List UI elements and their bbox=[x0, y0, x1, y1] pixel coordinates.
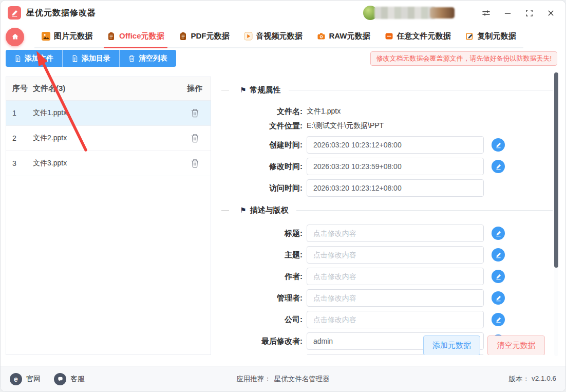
edit-pencil-icon[interactable] bbox=[492, 138, 505, 152]
scrollbar-thumb[interactable] bbox=[554, 72, 558, 268]
home-button[interactable] bbox=[6, 28, 24, 46]
manager-input[interactable] bbox=[307, 289, 484, 307]
author-input[interactable] bbox=[307, 268, 484, 285]
warning-banner: 修改文档元数据会覆盖源文件，请先做好备份以防数据丢失! bbox=[370, 51, 557, 66]
office-metadata-icon bbox=[107, 32, 116, 41]
tab-image-metadata[interactable]: 图片元数据 bbox=[34, 25, 100, 47]
delete-file-button[interactable] bbox=[190, 107, 200, 119]
delete-file-button[interactable] bbox=[190, 133, 200, 144]
chat-bubble-icon bbox=[54, 373, 66, 385]
row-filename: 文件1.pptx bbox=[33, 108, 179, 118]
website-e-icon: e bbox=[10, 373, 22, 385]
tab-copy-metadata[interactable]: 复制元数据 bbox=[458, 25, 523, 47]
tab-label: Office元数据 bbox=[119, 31, 164, 41]
file-row-3[interactable]: 3 文件3.pptx bbox=[6, 151, 211, 176]
row-filename: 文件3.pptx bbox=[33, 159, 179, 168]
version-text: 版本： v2.1.0.6 bbox=[508, 375, 556, 384]
edit-pencil-icon[interactable] bbox=[492, 227, 505, 240]
settings-sliders-icon[interactable] bbox=[478, 5, 494, 21]
official-website-link[interactable]: e 官网 bbox=[10, 373, 41, 385]
edit-pencil-icon[interactable] bbox=[492, 248, 505, 262]
maximize-button[interactable] bbox=[521, 5, 537, 21]
right-panel-scrollbar bbox=[554, 72, 558, 356]
field-label: 标题: bbox=[221, 229, 307, 238]
user-info-blurred bbox=[430, 7, 455, 18]
title-input[interactable] bbox=[307, 225, 484, 242]
user-account-blurred[interactable] bbox=[363, 5, 459, 21]
edit-pencil-icon[interactable] bbox=[492, 313, 505, 326]
delete-file-button[interactable] bbox=[190, 158, 200, 169]
section-line bbox=[289, 90, 553, 90]
minimize-button[interactable] bbox=[500, 5, 515, 21]
modify-time-input[interactable] bbox=[307, 158, 484, 175]
edit-pencil-icon[interactable] bbox=[492, 291, 505, 305]
tab-label: RAW元数据 bbox=[329, 31, 370, 41]
tab-list: 图片元数据 Office元数据 PDF元数据 音视频元数据 bbox=[34, 25, 523, 48]
anyfile-metadata-icon bbox=[385, 32, 393, 41]
tab-anyfile-metadata[interactable]: 任意文件元数据 bbox=[378, 25, 458, 47]
field-modify-time: 修改时间: bbox=[221, 158, 553, 175]
tab-label: 任意文件元数据 bbox=[397, 31, 451, 41]
section-line bbox=[296, 210, 553, 211]
field-subject: 主题: bbox=[221, 246, 553, 264]
add-folder-button[interactable]: 添加目录 bbox=[62, 50, 119, 67]
clear-list-button[interactable]: 清空列表 bbox=[119, 50, 176, 67]
tab-av-metadata[interactable]: 音视频元数据 bbox=[237, 25, 310, 47]
file-row-1[interactable]: 1 文件1.pptx bbox=[6, 101, 211, 126]
field-label: 创建时间: bbox=[221, 140, 307, 150]
tab-office-metadata[interactable]: Office元数据 bbox=[100, 25, 172, 47]
section-title: 常规属性 bbox=[250, 85, 281, 95]
flag-icon: ⚑ bbox=[240, 86, 247, 94]
create-time-input[interactable] bbox=[307, 136, 484, 154]
edit-pencil-icon[interactable] bbox=[492, 270, 505, 283]
field-manager: 管理者: bbox=[221, 289, 553, 307]
flag-icon: ⚑ bbox=[240, 207, 247, 214]
close-button[interactable] bbox=[543, 5, 558, 21]
column-index: 序号 bbox=[6, 84, 33, 94]
field-company: 公司: bbox=[221, 311, 553, 328]
field-label: 访问时间: bbox=[221, 183, 307, 193]
toolbar: 添加文件 添加目录 清空列表 修改文档元数据会覆盖源文件，请先做好备份以防数据丢… bbox=[6, 50, 557, 67]
field-title: 标题: bbox=[221, 225, 553, 242]
tab-pdf-metadata[interactable]: PDF元数据 bbox=[172, 25, 237, 47]
tab-label: PDF元数据 bbox=[191, 31, 230, 41]
app-logo-pencil-icon bbox=[8, 6, 21, 20]
access-time-input[interactable] bbox=[307, 179, 484, 197]
section-dash bbox=[221, 90, 229, 90]
field-value: E:\测试文件\元数据\PPT bbox=[307, 121, 384, 130]
add-metadata-button[interactable]: 添加元数据 bbox=[423, 335, 480, 355]
add-file-button[interactable]: 添加文件 bbox=[6, 50, 62, 67]
field-label: 管理者: bbox=[221, 293, 307, 303]
section-rights: ⚑ 描述与版权 bbox=[221, 205, 553, 215]
column-filename: 文件名(3) bbox=[33, 84, 179, 94]
av-metadata-icon bbox=[244, 32, 253, 41]
column-action: 操作 bbox=[179, 84, 211, 94]
clear-metadata-button[interactable]: 清空元数据 bbox=[487, 335, 545, 355]
file-row-2[interactable]: 2 文件2.pptx bbox=[6, 126, 211, 151]
subject-input[interactable] bbox=[307, 246, 484, 264]
edit-pencil-icon[interactable] bbox=[492, 160, 505, 173]
section-title: 描述与版权 bbox=[250, 206, 289, 215]
support-label: 客服 bbox=[70, 375, 85, 384]
user-name-blurred bbox=[374, 7, 435, 19]
customer-support-link[interactable]: 客服 bbox=[54, 373, 85, 385]
raw-metadata-icon bbox=[317, 32, 326, 41]
file-list-header: 序号 文件名(3) 操作 bbox=[6, 77, 211, 101]
tab-raw-metadata[interactable]: RAW元数据 bbox=[310, 25, 378, 47]
row-index: 3 bbox=[6, 159, 33, 167]
file-list-panel: 序号 文件名(3) 操作 1 文件1.pptx 2 文件2.pptx 3 bbox=[6, 77, 211, 355]
footer: e 官网 客服 应用推荐： 星优文件名管理器 版本： v2.1.0.6 bbox=[1, 366, 565, 391]
promo-text: 应用推荐： 星优文件名管理器 bbox=[236, 375, 330, 384]
field-filename: 文件名: 文件1.pptx bbox=[221, 104, 553, 119]
add-file-label: 添加文件 bbox=[25, 54, 53, 63]
promo-app-name[interactable]: 星优文件名管理器 bbox=[274, 375, 330, 384]
field-label: 最后修改者: bbox=[221, 337, 307, 346]
field-label: 修改时间: bbox=[221, 162, 307, 172]
copy-metadata-icon bbox=[465, 32, 474, 41]
field-label: 文件位置: bbox=[221, 121, 307, 131]
row-index: 1 bbox=[6, 109, 33, 117]
add-folder-label: 添加目录 bbox=[82, 54, 110, 63]
row-index: 2 bbox=[6, 134, 33, 142]
company-input[interactable] bbox=[307, 311, 484, 328]
field-create-time: 创建时间: bbox=[221, 136, 553, 154]
